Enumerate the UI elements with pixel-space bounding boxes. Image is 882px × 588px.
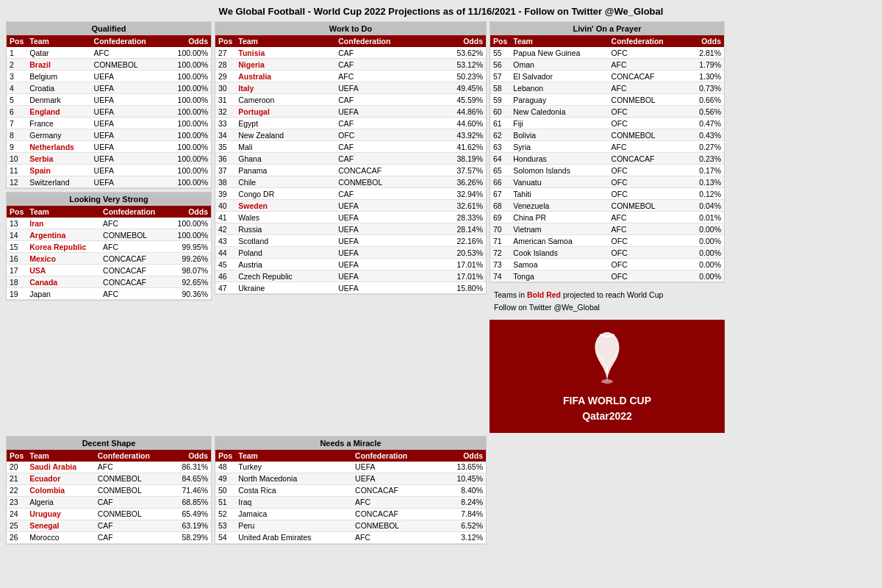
- cell-team: Argentina: [26, 229, 100, 241]
- decent-shape-section: Decent Shape Pos Team Confederation Odds…: [6, 436, 212, 545]
- table-row: 30 Italy UEFA 49.45%: [215, 82, 486, 94]
- cell-conf: UEFA: [91, 106, 165, 118]
- cell-team: El Salvador: [510, 71, 608, 82]
- cell-odds: 3.12%: [438, 531, 486, 543]
- cell-conf: AFC: [335, 71, 432, 82]
- cell-conf: OFC: [335, 129, 432, 141]
- cell-conf: CONMEBOL: [91, 59, 165, 71]
- cell-pos: 4: [7, 82, 26, 94]
- cell-conf: AFC: [352, 531, 438, 543]
- cell-team: Venezuela: [510, 200, 608, 212]
- col-odds: Odds: [165, 35, 211, 47]
- col-team: Team: [26, 450, 95, 462]
- table-row: 63 Syria AFC 0.27%: [490, 141, 724, 153]
- table-row: 42 Russia UEFA 28.14%: [215, 223, 486, 235]
- cell-pos: 10: [7, 153, 26, 165]
- col-team: Team: [26, 206, 100, 218]
- table-row: 54 United Arab Emirates AFC 3.12%: [215, 531, 486, 543]
- cell-conf: OFC: [609, 176, 687, 188]
- cell-odds: 71.46%: [170, 484, 211, 496]
- mid-column: Work to Do Pos Team Confederation Odds 2…: [215, 21, 487, 433]
- table-row: 25 Senegal CAF 63.19%: [7, 520, 211, 531]
- cell-pos: 65: [490, 165, 510, 176]
- cell-pos: 54: [215, 531, 235, 543]
- col-team: Team: [235, 450, 352, 462]
- cell-conf: AFC: [609, 141, 687, 153]
- cell-odds: 98.07%: [168, 265, 211, 276]
- cell-team: Australia: [235, 71, 335, 82]
- cell-conf: UEFA: [335, 282, 432, 294]
- cell-team: Germany: [26, 129, 90, 141]
- cell-pos: 63: [490, 141, 510, 153]
- cell-conf: UEFA: [91, 129, 165, 141]
- cell-conf: UEFA: [91, 71, 165, 82]
- cell-conf: UEFA: [352, 462, 438, 473]
- cell-conf: UEFA: [335, 235, 432, 247]
- cell-conf: CONMEBOL: [95, 473, 170, 484]
- cell-team: Panama: [235, 165, 335, 176]
- table-row: 14 Argentina CONMEBOL 100.00%: [7, 229, 211, 241]
- cell-team: Saudi Arabia: [26, 462, 95, 473]
- table-row: 48 Turkey UEFA 13.65%: [215, 462, 486, 473]
- cell-team: Syria: [510, 141, 608, 153]
- cell-conf: OFC: [609, 47, 687, 59]
- cell-odds: 0.43%: [686, 129, 724, 141]
- cell-odds: 68.85%: [170, 496, 211, 508]
- table-row: 19 Japan AFC 90.36%: [7, 288, 211, 300]
- cell-conf: UEFA: [335, 223, 432, 235]
- table-row: 2 Brazil CONMEBOL 100.00%: [7, 59, 211, 71]
- col-team: Team: [510, 35, 608, 47]
- cell-odds: 100.00%: [165, 153, 211, 165]
- table-row: 44 Poland UEFA 20.53%: [215, 247, 486, 259]
- cell-team: Croatia: [26, 82, 90, 94]
- looking-strong-header: Looking Very Strong: [7, 193, 211, 206]
- cell-team: France: [26, 118, 90, 129]
- table-row: 11 Spain UEFA 100.00%: [7, 165, 211, 176]
- cell-team: Honduras: [510, 153, 608, 165]
- cell-team: Chile: [235, 176, 335, 188]
- col-conf: Confederation: [100, 206, 168, 218]
- col-pos: Pos: [215, 450, 235, 462]
- cell-pos: 17: [7, 265, 26, 276]
- cell-team: Bolivia: [510, 129, 608, 141]
- cell-odds: 53.62%: [432, 47, 486, 59]
- cell-conf: CONCACAF: [609, 153, 687, 165]
- cell-conf: AFC: [609, 223, 687, 235]
- cell-team: Japan: [26, 288, 100, 300]
- cell-pos: 40: [215, 200, 235, 212]
- cell-conf: CAF: [335, 47, 432, 59]
- cell-team: Uruguay: [26, 508, 95, 520]
- cell-odds: 32.61%: [432, 200, 486, 212]
- cell-conf: OFC: [609, 247, 687, 259]
- cell-conf: CONMEBOL: [335, 176, 432, 188]
- col-team: Team: [235, 35, 335, 47]
- cell-team: New Caledonia: [510, 106, 608, 118]
- cell-conf: UEFA: [91, 165, 165, 176]
- cell-odds: 0.00%: [686, 223, 724, 235]
- cell-conf: UEFA: [91, 82, 165, 94]
- table-row: 12 Switzerland UEFA 100.00%: [7, 176, 211, 188]
- cell-conf: UEFA: [335, 259, 432, 270]
- cell-odds: 86.31%: [170, 462, 211, 473]
- table-row: 6 England UEFA 100.00%: [7, 106, 211, 118]
- cell-odds: 100.00%: [165, 47, 211, 59]
- cell-pos: 15: [7, 241, 26, 253]
- cell-team: Oman: [510, 59, 608, 71]
- cell-pos: 32: [215, 106, 235, 118]
- table-row: 1 Qatar AFC 100.00%: [7, 47, 211, 59]
- cell-conf: OFC: [609, 106, 687, 118]
- table-row: 73 Samoa OFC 0.00%: [490, 259, 724, 270]
- cell-conf: UEFA: [91, 141, 165, 153]
- cell-team: Lebanon: [510, 82, 608, 94]
- cell-conf: CAF: [335, 94, 432, 106]
- cell-team: Vanuatu: [510, 176, 608, 188]
- cell-odds: 100.00%: [165, 165, 211, 176]
- cell-odds: 44.60%: [432, 118, 486, 129]
- work-to-do-section: Work to Do Pos Team Confederation Odds 2…: [215, 21, 487, 295]
- world-cup-icon: [585, 329, 629, 387]
- cell-odds: 99.95%: [168, 241, 211, 253]
- cell-conf: UEFA: [91, 94, 165, 106]
- cell-pos: 35: [215, 141, 235, 153]
- table-row: 7 France UEFA 100.00%: [7, 118, 211, 129]
- table-row: 29 Australia AFC 50.23%: [215, 71, 486, 82]
